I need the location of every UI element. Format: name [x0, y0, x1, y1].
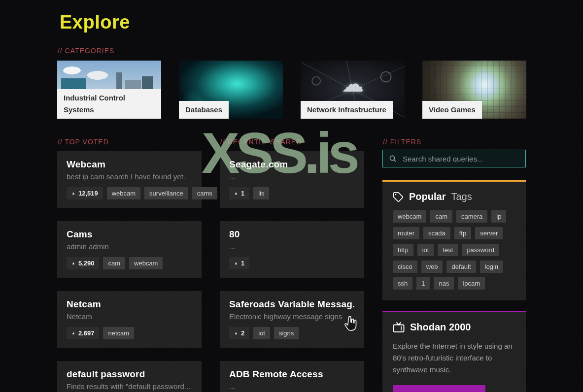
query-card[interactable]: default passwordFinds results with "defa… — [57, 361, 202, 392]
page-title: Explore — [60, 12, 130, 33]
category-label: Network Infrastructure — [301, 101, 393, 119]
vote-count: 1 — [241, 190, 244, 197]
query-tag[interactable]: iot — [253, 327, 270, 339]
category-card[interactable]: Network Infrastructure — [301, 61, 405, 119]
search-icon — [389, 155, 397, 163]
query-title[interactable]: Webcam — [67, 159, 192, 170]
category-card[interactable]: Video Games — [422, 61, 526, 119]
upvote-arrow-icon: ▲ — [71, 261, 75, 265]
query-badges: ▲2iotsigns — [229, 327, 355, 339]
popular-tag[interactable]: router — [393, 227, 419, 239]
query-tag[interactable]: cams — [192, 187, 217, 199]
popular-tag[interactable]: ipcam — [458, 277, 485, 290]
tv-icon — [393, 322, 405, 333]
query-description: ... — [229, 382, 355, 391]
vote-count-badge: ▲5,290 — [67, 257, 99, 269]
category-label: Databases — [179, 101, 229, 119]
top-voted-column: // TOP VOTED Webcambest ip cam search I … — [57, 138, 202, 392]
search-box[interactable] — [382, 150, 526, 167]
query-card[interactable]: Saferoads Variable Messag...Electronic h… — [220, 291, 364, 348]
query-description: ... — [229, 242, 355, 251]
popular-tag[interactable]: http — [393, 244, 413, 256]
query-card[interactable]: Webcambest ip cam search I have found ye… — [57, 151, 202, 208]
popular-tag[interactable]: cisco — [393, 261, 417, 273]
top-voted-list: Webcambest ip cam search I have found ye… — [57, 151, 202, 392]
popular-tag[interactable]: web — [421, 261, 443, 273]
vote-count: 2 — [241, 329, 244, 337]
shodan-2000-panel: Shodan 2000 Explore the Internet in styl… — [382, 311, 526, 392]
query-title[interactable]: 80 — [229, 229, 355, 240]
query-title[interactable]: Cams — [67, 229, 192, 240]
recently-shared-list: Seagate.com...▲1iis80...▲1Saferoads Vari… — [220, 151, 364, 392]
query-tag[interactable]: webcam — [107, 187, 140, 199]
popular-tags-header: Popular Tags — [393, 191, 515, 202]
popular-tag[interactable]: webcam — [393, 210, 426, 223]
upvote-arrow-icon: ▲ — [71, 192, 75, 196]
query-description: best ip cam search I have found yet. — [67, 172, 192, 181]
query-title[interactable]: Netcam — [67, 299, 192, 310]
query-badges: ▲5,290camwebcam — [67, 257, 192, 269]
query-badges: ▲1 — [229, 257, 355, 269]
tag-icon — [393, 192, 404, 202]
shodan-explore-page: Explore // CATEGORIES Industrial Control… — [0, 0, 583, 392]
query-badges: ▲12,519webcamsurveillancecams — [67, 187, 192, 199]
query-card[interactable]: Camsadmin admin▲5,290camwebcam — [57, 221, 202, 278]
query-tag[interactable]: cam — [103, 257, 125, 269]
query-title[interactable]: ADB Remote Access — [229, 369, 355, 380]
upvote-arrow-icon: ▲ — [234, 261, 238, 265]
filters-column: // FILTERS Popular Tags webcamcamcamerai… — [382, 138, 526, 392]
popular-tag[interactable]: nas — [434, 277, 454, 290]
search-input[interactable] — [402, 154, 519, 163]
popular-tag[interactable]: iot — [417, 244, 434, 256]
query-card[interactable]: ADB Remote Access... — [220, 361, 364, 392]
query-title[interactable]: default password — [67, 369, 192, 380]
query-badges: ▲1iis — [229, 187, 355, 199]
popular-tag[interactable]: cam — [430, 210, 452, 223]
categories-section-label: // CATEGORIES — [58, 47, 114, 55]
query-tag[interactable]: surveillance — [144, 187, 188, 199]
recently-shared-section-label: // RECENTLY SHARED — [220, 138, 364, 146]
popular-tag[interactable]: camera — [456, 210, 487, 223]
popular-tag[interactable]: ssh — [393, 277, 412, 290]
query-description: Finds results with "default password... — [67, 382, 192, 391]
popular-tags-list: webcamcamcameraiprouterscadaftpserverhtt… — [393, 210, 515, 290]
upvote-arrow-icon: ▲ — [234, 331, 238, 335]
category-label: Industrial Control Systems — [57, 89, 161, 119]
query-badges: ▲2,697netcam — [67, 327, 192, 339]
recently-shared-column: // RECENTLY SHARED Seagate.com...▲1iis80… — [220, 138, 364, 392]
query-title[interactable]: Seagate.com — [229, 159, 355, 170]
query-description: ... — [229, 172, 355, 181]
query-description: Netcam — [67, 312, 192, 321]
popular-tag[interactable]: 1 — [416, 277, 430, 290]
category-card[interactable]: Industrial Control Systems — [57, 61, 161, 119]
popular-tag[interactable]: ip — [491, 210, 506, 223]
vote-count-badge: ▲1 — [229, 257, 249, 269]
category-card[interactable]: Databases — [179, 61, 283, 119]
vote-count: 1 — [241, 260, 244, 267]
vote-count-badge: ▲2 — [229, 327, 249, 339]
vote-count-badge: ▲12,519 — [67, 187, 103, 199]
query-tag[interactable]: netcam — [103, 327, 134, 339]
top-voted-section-label: // TOP VOTED — [58, 138, 202, 146]
popular-tag[interactable]: default — [446, 261, 476, 273]
shodan-2000-title: Shodan 2000 — [410, 322, 471, 333]
query-card[interactable]: Seagate.com...▲1iis — [220, 151, 364, 208]
popular-tag[interactable]: login — [480, 261, 503, 273]
query-tag[interactable]: iis — [253, 187, 269, 199]
popular-tag[interactable]: scada — [423, 227, 450, 239]
query-tag[interactable]: signs — [274, 327, 299, 339]
popular-tag[interactable]: server — [475, 227, 503, 239]
popular-tags-panel: Popular Tags webcamcamcameraiprouterscad… — [382, 180, 526, 300]
query-title[interactable]: Saferoads Variable Messag... — [229, 299, 355, 310]
query-card[interactable]: 80...▲1 — [220, 221, 364, 278]
popular-tag[interactable]: test — [438, 244, 458, 256]
vote-count-badge: ▲1 — [229, 187, 249, 199]
query-tag[interactable]: webcam — [129, 257, 163, 269]
shodan-2000-button[interactable]: 2000.SHODAN.IO — [393, 385, 485, 392]
popular-tag[interactable]: ftp — [454, 227, 471, 239]
query-description: Electronic highway message signs — [229, 312, 355, 321]
popular-tag[interactable]: password — [462, 244, 499, 256]
query-card[interactable]: NetcamNetcam▲2,697netcam — [57, 291, 202, 348]
shodan-2000-description: Explore the Internet in style using an 8… — [393, 340, 515, 376]
shodan-2000-header: Shodan 2000 — [393, 322, 515, 333]
